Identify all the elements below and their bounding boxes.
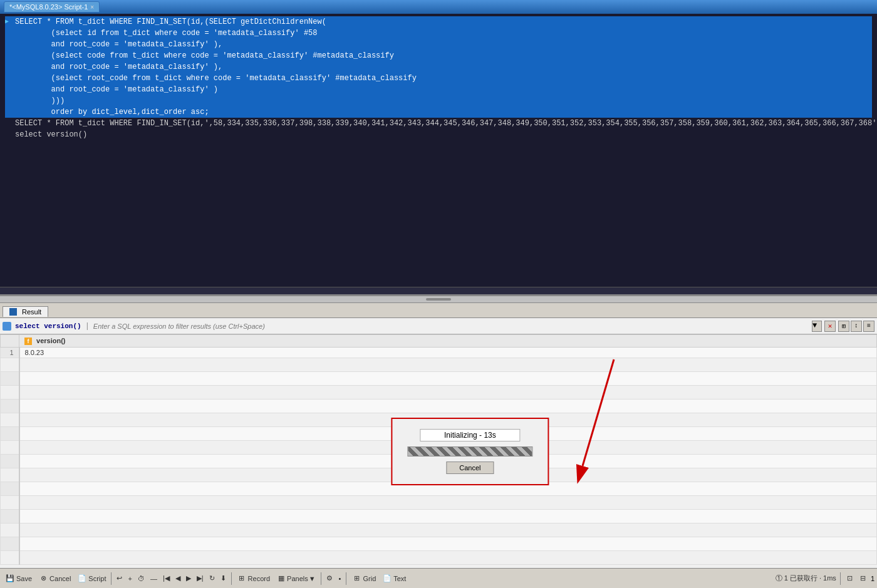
nav-prev-button[interactable]: ◀ (173, 573, 183, 584)
filter-dropdown[interactable]: ▼ (812, 321, 822, 332)
nav-prev-first-button[interactable]: |◀ (160, 573, 172, 584)
empty-row (1, 372, 877, 386)
loading-status: Initializing - 13s (420, 429, 520, 441)
result-tab[interactable]: Result (3, 306, 48, 317)
cancel-label: Cancel (49, 575, 71, 582)
editor-scrollbar[interactable] (0, 287, 877, 294)
dots-button[interactable]: • (336, 574, 344, 584)
filter-sort-icon[interactable]: ↕ (851, 321, 862, 332)
nav-minus-button[interactable]: — (148, 574, 160, 584)
separator-4 (346, 572, 346, 585)
filter-group-icon[interactable]: ≡ (863, 321, 874, 332)
empty-row (1, 524, 877, 537)
result-tab-icon (9, 308, 17, 316)
separator-1 (111, 572, 112, 585)
text-button[interactable]: 📄 Text (380, 572, 408, 585)
tab-close-icon[interactable]: × (90, 4, 94, 11)
nav-buttons: ↩ + ⏱ — |◀ ◀ ▶ ▶| ↻ ⬇ (114, 573, 228, 584)
editor-content: ▶SELECT * FROM t_dict WHERE FIND_IN_SET(… (0, 14, 877, 294)
result-tab-bar: Result (0, 303, 877, 318)
filter-db-icon (3, 322, 11, 331)
panels-icon: ▦ (276, 574, 286, 584)
script-button[interactable]: 📄 Script (75, 572, 108, 585)
loading-cancel-button[interactable]: Cancel (446, 462, 494, 474)
text-icon: 📄 (382, 574, 392, 584)
resize-button[interactable]: ⊡ (844, 573, 855, 584)
script-icon: 📄 (77, 574, 87, 584)
filter-separator: | (85, 322, 90, 331)
script-label: Script (88, 575, 106, 582)
filter-clear-button[interactable]: ✕ (824, 321, 836, 332)
col-header-version: f version() (19, 335, 877, 348)
empty-row (1, 537, 877, 551)
panels-label: Panels (287, 575, 308, 582)
empty-row (1, 510, 877, 524)
col-type-icon: f (24, 338, 32, 345)
splitter[interactable] (0, 296, 877, 303)
toolbar-right: ① 1 已获取行 · 1ms ⊡ ⊟ 1 (776, 572, 874, 585)
nav-clock-button[interactable]: ⏱ (135, 574, 147, 584)
nav-download-button[interactable]: ⬇ (218, 573, 229, 584)
separator-2 (231, 572, 232, 585)
title-bar: *<MySQL8.0.23> Script-1 × (0, 0, 877, 14)
separator-5 (840, 572, 841, 585)
record-label: Record (248, 575, 270, 582)
title-bar-text: *<MySQL8.0.23> Script-1 (9, 3, 88, 11)
result-panel: Result select version() | ▼ ✕ ⊞ ↕ ≡ f (0, 303, 877, 568)
result-tab-label: Result (22, 308, 41, 316)
nav-add-button[interactable]: + (125, 574, 134, 584)
empty-row (1, 551, 877, 565)
grid-label: Grid (363, 575, 376, 582)
row-num-header (1, 335, 19, 348)
empty-row (1, 386, 877, 400)
grid-icon: ⊞ (351, 574, 361, 584)
bottom-toolbar: 💾 Save ⊗ Cancel 📄 Script ↩ + ⏱ — |◀ ◀ ▶ … (0, 568, 877, 588)
editor-area[interactable]: ▶SELECT * FROM t_dict WHERE FIND_IN_SET(… (0, 14, 877, 296)
text-label: Text (393, 575, 406, 582)
loading-progress-bar (407, 446, 532, 456)
empty-row (1, 496, 877, 510)
filter-funnel-icon[interactable]: ⊞ (838, 321, 849, 332)
empty-row (1, 400, 877, 413)
filter-input[interactable] (93, 322, 809, 330)
nav-refresh-button[interactable]: ↻ (207, 573, 217, 584)
nav-undo-button[interactable]: ↩ (114, 573, 125, 584)
page-info: 1 (871, 575, 874, 582)
table-row: 18.0.23 (1, 348, 877, 358)
script-tab[interactable]: *<MySQL8.0.23> Script-1 × (4, 1, 100, 13)
separator-3 (321, 572, 321, 585)
filter-actions: ⊞ ↕ ≡ (838, 321, 874, 332)
shrink-button[interactable]: ⊟ (858, 573, 868, 584)
cancel-button[interactable]: ⊗ Cancel (36, 572, 73, 585)
record-button[interactable]: ⊞ Record (234, 572, 272, 585)
empty-row (1, 358, 877, 372)
save-button[interactable]: 💾 Save (3, 572, 34, 585)
grid-button[interactable]: ⊞ Grid (349, 572, 378, 585)
panels-chevron: ▼ (309, 575, 316, 582)
status-info: ① 1 已获取行 · 1ms (776, 574, 836, 583)
result-container: f version() 18.0.23 (0, 334, 877, 568)
splitter-handle (426, 298, 451, 301)
cancel-icon: ⊗ (38, 574, 48, 584)
save-icon: 💾 (5, 574, 15, 584)
table-header-row: f version() (1, 335, 877, 348)
panels-dropdown[interactable]: ▦ Panels ▼ (274, 572, 318, 585)
nav-next-last-button[interactable]: ▶| (194, 573, 206, 584)
save-label: Save (16, 575, 32, 582)
nav-next-button[interactable]: ▶ (184, 573, 194, 584)
loading-dialog: Initializing - 13s Cancel (391, 418, 549, 485)
record-icon: ⊞ (237, 574, 247, 584)
filter-query: select version() (15, 322, 81, 330)
col-header-label: version() (36, 337, 65, 344)
more-button[interactable]: ⚙ (324, 573, 335, 584)
filter-bar: select version() | ▼ ✕ ⊞ ↕ ≡ (0, 318, 877, 334)
